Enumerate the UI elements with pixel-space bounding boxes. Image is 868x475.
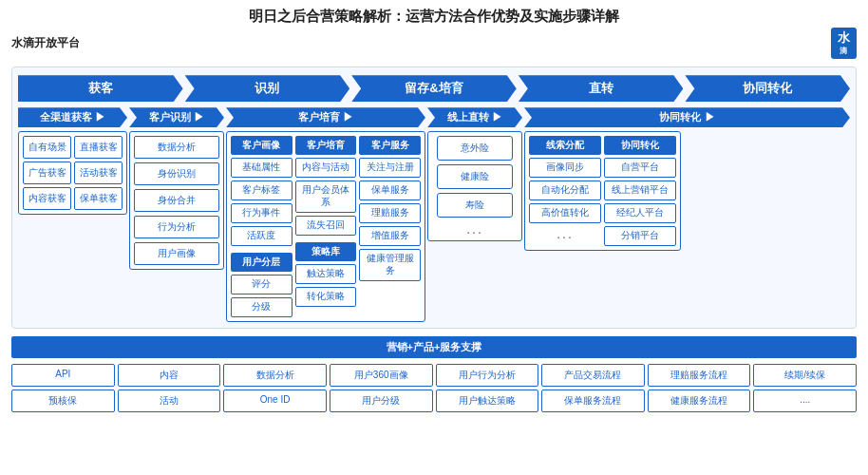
bottom-r2-c5: 保单服务流程 xyxy=(541,390,645,412)
liucun-column: 客户画像 基础属性 客户标签 行为事件 活跃度 用户分层 评分 分级 客户培育 … xyxy=(226,131,425,322)
xietong-col2-header: 协同转化 xyxy=(604,136,676,155)
bottom-r1-c2: 数据分析 xyxy=(223,364,327,387)
xietong-col1-item1: 自动化分配 xyxy=(529,180,601,200)
phase-xietong: 协同转化 xyxy=(685,75,850,102)
liucun-col3-header: 客户服务 xyxy=(359,136,421,155)
phase-shibie: 识别 xyxy=(185,75,350,102)
huoke-cell-0: 自有场景 xyxy=(23,136,71,159)
bottom-r1-c1: 内容 xyxy=(118,364,221,387)
liucun-col1-sub1-i0: 评分 xyxy=(231,275,292,294)
bottom-r2-c4: 用户触达策略 xyxy=(436,390,539,412)
shibie-column: 数据分析 身份识别 身份合并 行为分析 用户画像 xyxy=(129,131,224,270)
phase-headers: 获客 识别 留存&培育 直转 协同转化 xyxy=(18,75,850,102)
bottom-r2-c3: 用户分级 xyxy=(330,390,433,412)
zhizhuan-ellipsis: ... xyxy=(466,221,483,237)
liucun-col1-item0: 基础属性 xyxy=(231,158,292,178)
shibie-item-3: 行为分析 xyxy=(134,216,219,238)
bottom-r2-c1: 活动 xyxy=(118,390,221,412)
flow-diagram: 获客 识别 留存&培育 直转 协同转化 全渠道获客 ▶ 客户识别 ▶ 客户培育 … xyxy=(11,66,857,329)
xietong-col2-item2: 经纪人平台 xyxy=(604,203,676,223)
brand-name: 水滴开放平台 xyxy=(11,35,80,51)
support-bar: 营销+产品+服务支撑 xyxy=(11,336,857,358)
liucun-col3-item0: 关注与注册 xyxy=(359,158,421,178)
liucun-col1-header: 客户画像 xyxy=(231,136,292,155)
liucun-col2-header: 客户培育 xyxy=(295,136,357,155)
xietong-col2-item0: 自营平台 xyxy=(604,158,676,178)
shibie-item-2: 身份合并 xyxy=(134,189,219,212)
sub-liucun: 客户培育 ▶ xyxy=(226,107,425,127)
huoke-cell-1: 直播获客 xyxy=(74,136,123,159)
sub-zhizhuan: 线上直转 ▶ xyxy=(427,107,522,127)
zhizhuan-item-0: 意外险 xyxy=(437,136,513,161)
huoke-cell-4: 内容获客 xyxy=(23,187,71,210)
liucun-col3-item1: 保单服务 xyxy=(359,180,421,200)
phase-huoke: 获客 xyxy=(18,75,183,102)
liucun-col2-sub2-i1: 转化策略 xyxy=(295,287,357,307)
liucun-col3-item3: 增值服务 xyxy=(359,226,421,246)
xietong-col1: 线索分配 画像同步 自动化分配 高价值转化 ... xyxy=(529,136,601,246)
bottom-r2-c7: .... xyxy=(753,390,857,412)
phase-liucun: 留存&培育 xyxy=(351,75,517,102)
huoke-cell-3: 活动获客 xyxy=(74,162,123,184)
huoke-cell-2: 广告获客 xyxy=(23,162,71,184)
liucun-col1-sub1: 用户分层 xyxy=(231,253,292,272)
bottom-r1-c4: 用户行为分析 xyxy=(436,364,539,387)
bottom-r1-c7: 续期/续保 xyxy=(753,364,857,387)
liucun-col2-sub2: 策略库 xyxy=(295,242,357,261)
xietong-col2-item1: 线上营销平台 xyxy=(604,180,676,200)
liucun-col1-item1: 客户标签 xyxy=(231,180,292,200)
sub-headers: 全渠道获客 ▶ 客户识别 ▶ 客户培育 ▶ 线上直转 ▶ 协同转化 ▶ xyxy=(18,107,850,127)
xietong-column: 线索分配 画像同步 自动化分配 高价值转化 ... 协同转化 自营平台 线上营销… xyxy=(524,131,681,251)
xietong-col1-header: 线索分配 xyxy=(529,136,601,155)
liucun-col2-item1: 用户会员体系 xyxy=(295,180,357,213)
bottom-grid: API 内容 数据分析 用户360画像 用户行为分析 产品交易流程 理赔服务流程… xyxy=(11,364,857,412)
bottom-r1-c3: 用户360画像 xyxy=(330,364,433,387)
page-title: 明日之后合营策略解析：运营方法合作优势及实施步骤详解 xyxy=(11,8,857,26)
zhizhuan-item-2: 寿险 xyxy=(437,193,513,218)
liucun-col2: 客户培育 内容与活动 用户会员体系 流失召回 策略库 触达策略 转化策略 xyxy=(295,136,357,317)
liucun-col1: 客户画像 基础属性 客户标签 行为事件 活跃度 用户分层 评分 分级 xyxy=(231,136,292,317)
liucun-col2-item0: 内容与活动 xyxy=(295,158,357,178)
liucun-col3-item2: 理赔服务 xyxy=(359,203,421,223)
xietong-col2-item3: 分销平台 xyxy=(604,226,676,246)
bottom-r2-c2: One ID xyxy=(223,390,327,412)
bottom-r1-c6: 理赔服务流程 xyxy=(648,364,751,387)
shibie-item-0: 数据分析 xyxy=(134,136,219,159)
phase-zhizhuan: 直转 xyxy=(519,75,684,102)
zhizhuan-column: 意外险 健康险 寿险 ... xyxy=(427,131,522,241)
liucun-col2-item2: 流失召回 xyxy=(295,216,357,236)
xietong-col2: 协同转化 自营平台 线上营销平台 经纪人平台 分销平台 xyxy=(604,136,676,246)
huoke-cell-5: 保单获客 xyxy=(74,187,123,210)
xietong-col1-ellipsis: ... xyxy=(529,226,601,241)
liucun-col1-item3: 活跃度 xyxy=(231,226,292,246)
xietong-col1-item0: 画像同步 xyxy=(529,158,601,178)
liucun-col3: 客户服务 关注与注册 保单服务 理赔服务 增值服务 健康管理服务 xyxy=(359,136,421,317)
bottom-r2-c0: 预核保 xyxy=(11,390,115,412)
sub-shibie: 客户识别 ▶ xyxy=(129,107,224,127)
liucun-col2-sub2-i0: 触达策略 xyxy=(295,264,357,284)
liucun-col1-item2: 行为事件 xyxy=(231,203,292,223)
shibie-item-1: 身份识别 xyxy=(134,162,219,185)
sub-xietong: 协同转化 ▶ xyxy=(524,107,850,127)
content-row: 自有场景 直播获客 广告获客 活动获客 内容获客 保单获客 数据分析 身份识别 … xyxy=(18,131,850,322)
sub-huoke: 全渠道获客 ▶ xyxy=(18,107,127,127)
logo: 水 滴 xyxy=(831,28,857,59)
zhizhuan-item-1: 健康险 xyxy=(437,164,513,189)
bottom-r2-c6: 健康服务流程 xyxy=(648,390,751,412)
bottom-r1-c5: 产品交易流程 xyxy=(541,364,645,387)
shibie-item-4: 用户画像 xyxy=(134,242,219,265)
liucun-col3-item4: 健康管理服务 xyxy=(359,249,421,281)
liucun-col1-sub1-i1: 分级 xyxy=(231,297,292,317)
xietong-col1-item2: 高价值转化 xyxy=(529,203,601,223)
huoke-column: 自有场景 直播获客 广告获客 活动获客 内容获客 保单获客 xyxy=(18,131,127,215)
bottom-r1-c0: API xyxy=(11,364,115,387)
